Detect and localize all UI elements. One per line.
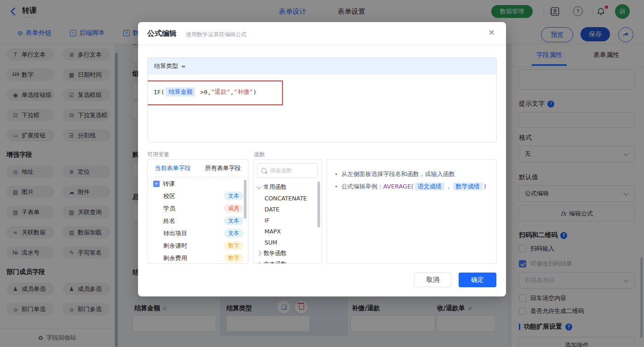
variables-title: 可用变量: [147, 151, 169, 159]
formula-operator: >0,: [196, 89, 211, 96]
fn-item-sum[interactable]: SUM: [253, 237, 322, 248]
search-icon: [261, 168, 266, 173]
variables-scrollbar[interactable]: [244, 180, 247, 219]
formula-close: ): [253, 89, 257, 96]
formula-comma: ,: [230, 89, 234, 96]
type-badge: 文本: [224, 229, 243, 238]
close-icon[interactable]: ✕: [488, 28, 495, 37]
tree-field[interactable]: 校区文本: [148, 190, 248, 202]
fn-group-text[interactable]: 文本函数: [253, 259, 322, 264]
tips-panel: 从左侧面板选择字段名和函数，或输入函数 公式编辑举例：AVERAGE(语文成绩，…: [327, 159, 497, 264]
modal-subtitle: 使用数学运算符编辑公式: [186, 31, 247, 39]
type-badge: 数字: [224, 254, 243, 262]
tab-current-form-fields[interactable]: 当前表单字段: [155, 164, 191, 172]
type-badge: 文本: [224, 192, 243, 200]
type-badge: 文本: [224, 216, 243, 225]
fn-group-math[interactable]: 数学函数: [253, 248, 322, 259]
tip-line-1: 从左侧面板选择字段名和函数，或输入函数: [335, 168, 488, 180]
tip-line-2: 公式编辑举例：AVERAGE(语文成绩，数学成绩): [335, 180, 488, 193]
fn-item-date[interactable]: DATE: [253, 204, 322, 215]
function-search[interactable]: [257, 163, 318, 178]
chevron-right-icon: [256, 250, 261, 256]
field-chip[interactable]: 结算金额: [166, 87, 195, 97]
formula-edit-modal: 公式编辑 使用数学运算符编辑公式 ✕ 结算类型 = IF(结算金额 >0,"退款…: [138, 22, 506, 296]
tree-field[interactable]: 剩余费用数字: [148, 252, 248, 264]
formula-string2: "补缴": [234, 88, 253, 96]
example-chip: 语文成绩: [415, 182, 444, 190]
tree-field[interactable]: 转出项目文本: [148, 227, 248, 239]
functions-title: 函数: [254, 151, 265, 159]
fn-item-concatenate[interactable]: CONCATENATE: [253, 193, 322, 204]
bullet-icon: [335, 186, 337, 188]
tree-field[interactable]: 学员成员: [148, 202, 248, 215]
chevron-right-icon: [256, 262, 261, 264]
tips-content: 从左侧面板选择字段名和函数，或输入函数 公式编辑举例：AVERAGE(语文成绩，…: [327, 159, 496, 201]
variables-panel: 当前表单字段 所有表单字段 ≡ 转课 校区文本 学员成员 姓名文本 转出项目文本…: [147, 159, 248, 264]
bullet-icon: [335, 173, 337, 175]
functions-scrollbar[interactable]: [317, 182, 320, 228]
app: 转课 表单设计 表单设置 数据管理 ? 训 ⊘ 表单外链: [0, 0, 644, 347]
form-doc-icon: ≡: [153, 181, 160, 187]
tab-all-form-fields[interactable]: 所有表单字段: [205, 164, 241, 172]
formula-editor[interactable]: 结算类型 = IF(结算金额 >0,"退款","补缴"): [147, 57, 497, 142]
variables-tree: ≡ 转课 校区文本 学员成员 姓名文本 转出项目文本 剩余课时数字 剩余费用数字: [148, 177, 248, 264]
type-badge: 数字: [224, 241, 243, 250]
variables-tabs: 当前表单字段 所有表单字段: [148, 159, 248, 177]
fn-item-mapx[interactable]: MAPX: [253, 226, 322, 237]
cancel-button[interactable]: 取消: [414, 273, 452, 287]
example-chip: 数学成绩: [453, 182, 483, 190]
fn-item-if[interactable]: IF: [253, 215, 322, 226]
confirm-button[interactable]: 确定: [459, 273, 496, 287]
formula-string1: "退款": [211, 88, 230, 96]
chevron-down-icon: [256, 184, 261, 189]
tree-field[interactable]: 剩余课时数字: [148, 239, 248, 252]
fn-group-common[interactable]: 常用函数: [253, 182, 322, 193]
tree-root[interactable]: ≡ 转课: [148, 177, 248, 190]
type-badge: 成员: [224, 204, 243, 213]
modal-header: 公式编辑 使用数学运算符编辑公式 ✕: [138, 22, 506, 45]
function-search-input[interactable]: [269, 167, 312, 174]
functions-panel: 常用函数 CONCATENATE DATE IF MAPX SUM 数学函数 文…: [253, 159, 322, 264]
formula-fn: IF(: [154, 89, 164, 96]
formula-expression[interactable]: IF(结算金额 >0,"退款","补缴"): [154, 87, 257, 97]
modal-title: 公式编辑: [147, 29, 177, 39]
formula-target: 结算类型 =: [148, 58, 496, 74]
tree-field[interactable]: 姓名文本: [148, 215, 248, 227]
formula-body[interactable]: IF(结算金额 >0,"退款","补缴"): [148, 74, 496, 142]
